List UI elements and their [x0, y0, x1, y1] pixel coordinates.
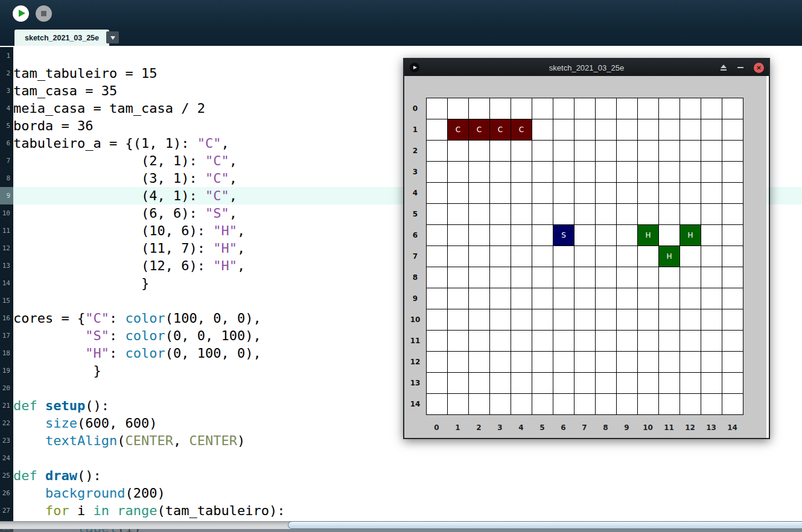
line-number: 9: [0, 187, 13, 204]
board-cell: [448, 246, 469, 267]
board-cell: [722, 98, 743, 119]
board-cell: [680, 373, 701, 394]
board-cell: [722, 162, 743, 183]
board-cell: [427, 246, 448, 267]
line-number: 22: [0, 414, 13, 432]
tab-sketch[interactable]: sketch_2021_03_25e: [14, 30, 109, 46]
board-cell: [490, 225, 511, 246]
shade-button[interactable]: [720, 65, 727, 71]
col-label-13: 13: [701, 417, 722, 438]
board-cell: [659, 119, 680, 141]
board-cell: [511, 309, 532, 331]
board-cell: [596, 394, 617, 415]
board-cell: [617, 288, 638, 309]
board-cell: [511, 394, 532, 415]
board-cell: [617, 141, 638, 162]
board-cell: [448, 141, 469, 162]
board-cell: [553, 141, 574, 162]
sketch-window-title: sketch_2021_03_25e: [404, 63, 769, 72]
board-cell: [680, 98, 701, 119]
board-cell: [701, 352, 722, 373]
board-cell: [617, 352, 638, 373]
board-cell: C: [448, 119, 469, 141]
board-cell: [638, 331, 659, 352]
ide-toolbar: [0, 0, 802, 29]
row-label-3: 3: [404, 161, 426, 182]
board-cell: [490, 246, 511, 267]
close-button[interactable]: ✕: [754, 63, 764, 73]
board-cell: [659, 225, 680, 246]
board-cell: [448, 309, 469, 331]
line-number: 23: [0, 432, 13, 449]
board-cell: [596, 204, 617, 225]
board-cell: [469, 331, 490, 352]
board-cell: [638, 98, 659, 119]
row-label-0: 0: [404, 98, 426, 119]
col-label-2: 2: [468, 417, 489, 438]
col-label-1: 1: [447, 417, 468, 438]
board-cell: [574, 162, 596, 183]
board-cell: [722, 183, 743, 204]
board-cell: [722, 141, 743, 162]
board-cell: [617, 267, 638, 288]
board-cell: [469, 267, 490, 288]
board-cell: [659, 98, 680, 119]
line-number: 27: [0, 502, 13, 519]
board-cell: [511, 183, 532, 204]
board-cell: [701, 373, 722, 394]
board-cell: [490, 331, 511, 352]
board-cell: [617, 183, 638, 204]
board-cell: [511, 352, 532, 373]
line-number: 19: [0, 362, 13, 379]
board-cell: [680, 246, 701, 267]
code-line-27: 27 for i in range(tam_tabuleiro):: [0, 502, 802, 519]
board-cell: [638, 119, 659, 141]
line-number: 18: [0, 344, 13, 362]
board-cell: [701, 162, 722, 183]
board-cell: [490, 141, 511, 162]
board-cell: [448, 331, 469, 352]
board-cell: [701, 267, 722, 288]
board-cell: [617, 98, 638, 119]
sketch-titlebar[interactable]: sketch_2021_03_25e ✕: [404, 59, 769, 76]
board-cell: [659, 352, 680, 373]
sketch-canvas[interactable]: CCCCSHHH 01234567891011121314 0123456789…: [404, 76, 766, 438]
board-cell: [722, 267, 743, 288]
line-number: 24: [0, 449, 13, 467]
board-cell: [553, 288, 574, 309]
code-line-24: 24: [0, 449, 802, 467]
board-cell: [574, 204, 596, 225]
board-cell: [511, 141, 532, 162]
board-cell: [511, 267, 532, 288]
line-number: 14: [0, 274, 13, 292]
line-number: 8: [0, 169, 13, 187]
board-cell: [617, 162, 638, 183]
line-number: 4: [0, 100, 13, 117]
board-cell: [617, 394, 638, 415]
board-cell: [574, 225, 596, 246]
minimize-button[interactable]: [737, 67, 743, 68]
play-icon: [19, 10, 25, 17]
board-cell: [701, 246, 722, 267]
board-cell: [680, 204, 701, 225]
board-cell: [427, 183, 448, 204]
stop-button[interactable]: [36, 5, 52, 22]
horizontal-scrollbar-thumb[interactable]: [288, 521, 802, 529]
board-cell: [596, 162, 617, 183]
board-cell: [680, 394, 701, 415]
row-label-12: 12: [404, 351, 426, 372]
board-cell: [532, 183, 553, 204]
board-cell: [511, 204, 532, 225]
board-cell: [617, 246, 638, 267]
board-cell: [680, 119, 701, 141]
sketch-window: sketch_2021_03_25e ✕ CCCCSHHH 0123456789…: [403, 58, 770, 439]
board-cell: [427, 331, 448, 352]
board-cell: [469, 309, 490, 331]
board-cell: [532, 141, 553, 162]
run-button[interactable]: [13, 5, 29, 22]
board-cell: [427, 162, 448, 183]
board-cell: [490, 204, 511, 225]
code-line-26: 26 background(200): [0, 484, 802, 502]
board-cell: [448, 225, 469, 246]
tab-menu-button[interactable]: [106, 31, 119, 43]
